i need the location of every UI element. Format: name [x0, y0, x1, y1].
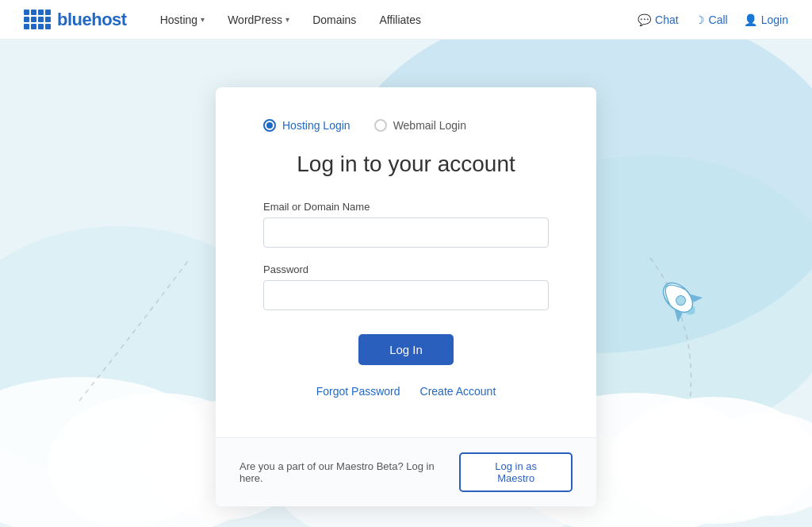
- phone-icon: ☽: [695, 13, 705, 26]
- email-group: Email or Domain Name: [263, 201, 549, 248]
- password-label: Password: [263, 264, 549, 275]
- call-button[interactable]: ☽ Call: [695, 13, 728, 26]
- chat-label: Chat: [655, 13, 679, 26]
- create-account-link[interactable]: Create Account: [420, 385, 496, 398]
- login-links: Forgot Password Create Account: [263, 385, 549, 398]
- user-icon: 👤: [744, 13, 757, 26]
- radio-hosting-inner: [266, 122, 273, 129]
- nav-item-wordpress[interactable]: WordPress ▾: [218, 7, 299, 33]
- nav-wordpress-label: WordPress: [228, 13, 282, 26]
- chat-icon: 💬: [638, 13, 651, 26]
- login-title: Log in to your account: [263, 152, 549, 177]
- maestro-text: Are you a part of our Maestro Beta? Log …: [239, 460, 459, 484]
- radio-hosting: [263, 119, 276, 132]
- maestro-footer: Are you a part of our Maestro Beta? Log …: [216, 437, 596, 506]
- tab-webmail-login[interactable]: Webmail Login: [374, 119, 466, 132]
- nav-actions: 💬 Chat ☽ Call 👤 Login: [638, 13, 788, 26]
- radio-webmail: [374, 119, 387, 132]
- nav-item-affiliates[interactable]: Affiliates: [370, 7, 431, 33]
- call-label: Call: [709, 13, 728, 26]
- password-input[interactable]: [263, 280, 549, 310]
- login-body: Hosting Login Webmail Login Log in to yo…: [216, 87, 596, 437]
- chevron-down-icon: ▾: [285, 15, 289, 24]
- nav-affiliates-label: Affiliates: [379, 13, 421, 26]
- chevron-down-icon: ▾: [201, 15, 205, 24]
- brand-name: bluehost: [57, 10, 127, 30]
- brand-grid-icon: [24, 10, 51, 29]
- nav-domains-label: Domains: [312, 13, 356, 26]
- email-input[interactable]: [263, 217, 549, 248]
- main-content: Hosting Login Webmail Login Log in to yo…: [0, 40, 812, 527]
- login-card: Hosting Login Webmail Login Log in to yo…: [216, 87, 596, 506]
- tab-hosting-login[interactable]: Hosting Login: [263, 119, 350, 132]
- maestro-login-button[interactable]: Log in as Maestro: [459, 452, 573, 492]
- hosting-login-label: Hosting Login: [282, 119, 350, 132]
- login-label: Login: [761, 13, 788, 26]
- login-button[interactable]: 👤 Login: [744, 13, 788, 26]
- forgot-password-link[interactable]: Forgot Password: [316, 385, 400, 398]
- email-label: Email or Domain Name: [263, 201, 549, 213]
- login-tabs: Hosting Login Webmail Login: [263, 119, 549, 132]
- navbar: bluehost Hosting ▾ WordPress ▾ Domains A…: [0, 0, 812, 40]
- password-group: Password: [263, 264, 549, 310]
- nav-item-hosting[interactable]: Hosting ▾: [151, 7, 214, 33]
- brand-logo[interactable]: bluehost: [24, 10, 127, 30]
- webmail-login-label: Webmail Login: [393, 119, 466, 132]
- nav-hosting-label: Hosting: [160, 13, 197, 26]
- login-submit-button[interactable]: Log In: [358, 334, 454, 365]
- nav-item-domains[interactable]: Domains: [303, 7, 366, 33]
- nav-links: Hosting ▾ WordPress ▾ Domains Affiliates: [151, 7, 638, 33]
- chat-button[interactable]: 💬 Chat: [638, 13, 679, 26]
